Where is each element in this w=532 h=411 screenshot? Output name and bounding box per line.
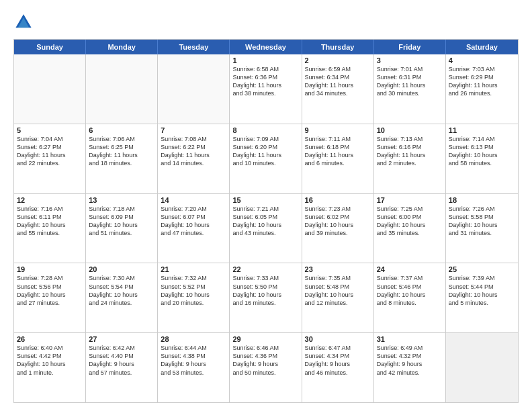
cell-info: Sunrise: 7:20 AM Sunset: 6:07 PM Dayligh… [161, 205, 226, 238]
calendar-cell [446, 333, 518, 402]
cell-info: Sunrise: 6:49 AM Sunset: 4:32 PM Dayligh… [377, 344, 443, 377]
day-number: 6 [89, 126, 154, 134]
cell-info: Sunrise: 6:40 AM Sunset: 4:42 PM Dayligh… [17, 344, 83, 377]
calendar-cell: 17Sunrise: 7:25 AM Sunset: 6:00 PM Dayli… [374, 194, 446, 263]
cell-info: Sunrise: 7:01 AM Sunset: 6:31 PM Dayligh… [377, 65, 443, 98]
weekday-header: Tuesday [158, 40, 230, 54]
cell-info: Sunrise: 7:03 AM Sunset: 6:29 PM Dayligh… [449, 65, 515, 98]
weekday-header: Saturday [446, 40, 518, 54]
cell-info: Sunrise: 7:04 AM Sunset: 6:27 PM Dayligh… [17, 135, 83, 168]
calendar-body: 1Sunrise: 6:58 AM Sunset: 6:36 PM Daylig… [14, 54, 518, 402]
calendar-cell: 3Sunrise: 7:01 AM Sunset: 6:31 PM Daylig… [374, 54, 446, 124]
day-number: 14 [161, 196, 226, 204]
calendar-row: 12Sunrise: 7:16 AM Sunset: 6:11 PM Dayli… [14, 194, 518, 264]
calendar-cell: 22Sunrise: 7:33 AM Sunset: 5:50 PM Dayli… [230, 263, 302, 332]
weekday-header: Friday [374, 40, 446, 54]
calendar-cell: 2Sunrise: 6:59 AM Sunset: 6:34 PM Daylig… [302, 54, 374, 124]
day-number: 15 [232, 196, 298, 204]
cell-info: Sunrise: 7:14 AM Sunset: 6:13 PM Dayligh… [449, 135, 515, 168]
cell-info: Sunrise: 6:58 AM Sunset: 6:36 PM Dayligh… [232, 65, 298, 98]
day-number: 9 [305, 126, 371, 134]
cell-info: Sunrise: 7:37 AM Sunset: 5:46 PM Dayligh… [377, 274, 443, 307]
calendar-cell: 14Sunrise: 7:20 AM Sunset: 6:07 PM Dayli… [158, 194, 230, 263]
calendar-cell: 9Sunrise: 7:11 AM Sunset: 6:18 PM Daylig… [302, 124, 374, 193]
calendar-cell: 19Sunrise: 7:28 AM Sunset: 5:56 PM Dayli… [14, 263, 86, 332]
day-number: 17 [377, 196, 443, 204]
calendar-cell: 10Sunrise: 7:13 AM Sunset: 6:16 PM Dayli… [374, 124, 446, 193]
cell-info: Sunrise: 6:42 AM Sunset: 4:40 PM Dayligh… [89, 344, 154, 377]
calendar-cell: 8Sunrise: 7:09 AM Sunset: 6:20 PM Daylig… [230, 124, 302, 193]
calendar-cell: 13Sunrise: 7:18 AM Sunset: 6:09 PM Dayli… [86, 194, 158, 263]
cell-info: Sunrise: 7:30 AM Sunset: 5:54 PM Dayligh… [89, 274, 154, 307]
cell-info: Sunrise: 7:11 AM Sunset: 6:18 PM Dayligh… [305, 135, 371, 168]
calendar-cell: 11Sunrise: 7:14 AM Sunset: 6:13 PM Dayli… [446, 124, 518, 193]
calendar-header: SundayMondayTuesdayWednesdayThursdayFrid… [14, 40, 518, 54]
day-number: 21 [161, 265, 226, 273]
calendar-row: 26Sunrise: 6:40 AM Sunset: 4:42 PM Dayli… [14, 333, 518, 402]
day-number: 23 [305, 265, 371, 273]
cell-info: Sunrise: 7:26 AM Sunset: 5:58 PM Dayligh… [449, 205, 515, 238]
day-number: 4 [449, 56, 515, 64]
calendar-row: 5Sunrise: 7:04 AM Sunset: 6:27 PM Daylig… [14, 124, 518, 194]
cell-info: Sunrise: 6:47 AM Sunset: 4:34 PM Dayligh… [305, 344, 371, 377]
cell-info: Sunrise: 7:08 AM Sunset: 6:22 PM Dayligh… [161, 135, 226, 168]
day-number: 25 [449, 265, 515, 273]
day-number: 2 [305, 56, 371, 64]
weekday-header: Monday [86, 40, 158, 54]
cell-info: Sunrise: 7:21 AM Sunset: 6:05 PM Dayligh… [232, 205, 298, 238]
calendar-cell: 23Sunrise: 7:35 AM Sunset: 5:48 PM Dayli… [302, 263, 374, 332]
calendar-cell: 18Sunrise: 7:26 AM Sunset: 5:58 PM Dayli… [446, 194, 518, 263]
calendar-cell: 20Sunrise: 7:30 AM Sunset: 5:54 PM Dayli… [86, 263, 158, 332]
cell-info: Sunrise: 6:44 AM Sunset: 4:38 PM Dayligh… [161, 344, 226, 377]
header [13, 12, 519, 32]
calendar-cell: 31Sunrise: 6:49 AM Sunset: 4:32 PM Dayli… [374, 333, 446, 402]
cell-info: Sunrise: 7:18 AM Sunset: 6:09 PM Dayligh… [89, 205, 154, 238]
day-number: 31 [377, 335, 443, 343]
calendar-row: 1Sunrise: 6:58 AM Sunset: 6:36 PM Daylig… [14, 54, 518, 124]
day-number: 11 [449, 126, 515, 134]
cell-info: Sunrise: 7:39 AM Sunset: 5:44 PM Dayligh… [449, 274, 515, 307]
calendar-cell: 26Sunrise: 6:40 AM Sunset: 4:42 PM Dayli… [14, 333, 86, 402]
cell-info: Sunrise: 7:09 AM Sunset: 6:20 PM Dayligh… [232, 135, 298, 168]
cell-info: Sunrise: 7:33 AM Sunset: 5:50 PM Dayligh… [232, 274, 298, 307]
day-number: 28 [161, 335, 226, 343]
cell-info: Sunrise: 7:23 AM Sunset: 6:02 PM Dayligh… [305, 205, 371, 238]
cell-info: Sunrise: 7:28 AM Sunset: 5:56 PM Dayligh… [17, 274, 83, 307]
logo-icon [13, 12, 34, 32]
calendar-cell: 30Sunrise: 6:47 AM Sunset: 4:34 PM Dayli… [302, 333, 374, 402]
cell-info: Sunrise: 7:25 AM Sunset: 6:00 PM Dayligh… [377, 205, 443, 238]
cell-info: Sunrise: 7:16 AM Sunset: 6:11 PM Dayligh… [17, 205, 83, 238]
day-number: 10 [377, 126, 443, 134]
calendar-cell: 12Sunrise: 7:16 AM Sunset: 6:11 PM Dayli… [14, 194, 86, 263]
day-number: 8 [232, 126, 298, 134]
day-number: 5 [17, 126, 83, 134]
day-number: 18 [449, 196, 515, 204]
calendar-cell: 5Sunrise: 7:04 AM Sunset: 6:27 PM Daylig… [14, 124, 86, 193]
day-number: 20 [89, 265, 154, 273]
calendar-cell: 29Sunrise: 6:46 AM Sunset: 4:36 PM Dayli… [230, 333, 302, 402]
day-number: 3 [377, 56, 443, 64]
cell-info: Sunrise: 7:06 AM Sunset: 6:25 PM Dayligh… [89, 135, 154, 168]
weekday-header: Wednesday [230, 40, 302, 54]
calendar-cell [14, 54, 86, 124]
day-number: 30 [305, 335, 371, 343]
calendar-cell [158, 54, 230, 124]
day-number: 1 [232, 56, 298, 64]
calendar-cell: 27Sunrise: 6:42 AM Sunset: 4:40 PM Dayli… [86, 333, 158, 402]
cell-info: Sunrise: 7:32 AM Sunset: 5:52 PM Dayligh… [161, 274, 226, 307]
day-number: 29 [232, 335, 298, 343]
day-number: 16 [305, 196, 371, 204]
weekday-header: Thursday [302, 40, 374, 54]
logo [13, 12, 36, 32]
day-number: 22 [232, 265, 298, 273]
cell-info: Sunrise: 7:13 AM Sunset: 6:16 PM Dayligh… [377, 135, 443, 168]
day-number: 26 [17, 335, 83, 343]
calendar-cell: 6Sunrise: 7:06 AM Sunset: 6:25 PM Daylig… [86, 124, 158, 193]
cell-info: Sunrise: 6:59 AM Sunset: 6:34 PM Dayligh… [305, 65, 371, 98]
day-number: 12 [17, 196, 83, 204]
calendar-cell: 16Sunrise: 7:23 AM Sunset: 6:02 PM Dayli… [302, 194, 374, 263]
calendar-cell: 25Sunrise: 7:39 AM Sunset: 5:44 PM Dayli… [446, 263, 518, 332]
calendar-cell: 4Sunrise: 7:03 AM Sunset: 6:29 PM Daylig… [446, 54, 518, 124]
day-number: 13 [89, 196, 154, 204]
calendar: SundayMondayTuesdayWednesdayThursdayFrid… [13, 39, 519, 403]
